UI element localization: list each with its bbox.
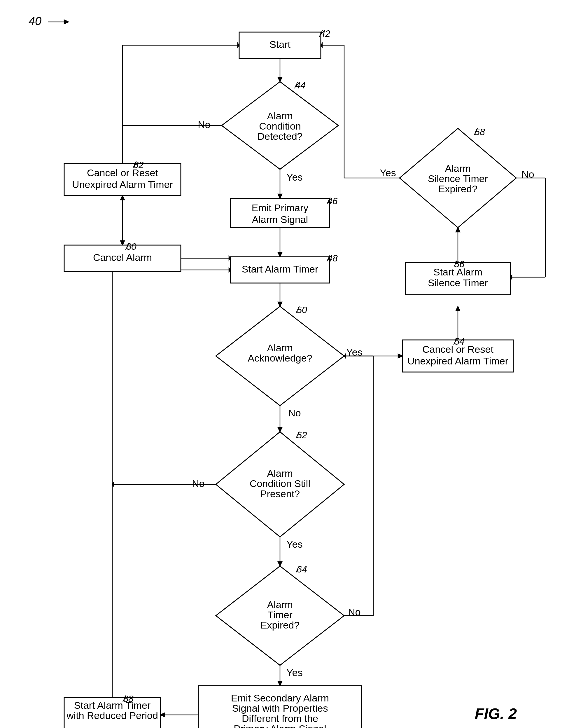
no-label-44: No [198, 119, 210, 130]
alarm-silence-exp-label1: Alarm [445, 163, 471, 174]
alarm-still-label2: Condition Still [250, 478, 310, 489]
emit-secondary-label4: Primary Alarm Signal [234, 723, 326, 728]
emit-primary-label1: Emit Primary [252, 202, 309, 213]
fig-label: FIG. 2 [475, 705, 517, 722]
alarm-still-label3: Present? [260, 488, 300, 499]
start-reduced-label2: with Reduced Period [66, 710, 158, 721]
no-label-50: No [288, 407, 301, 418]
svg-marker-29 [160, 713, 165, 717]
yes-label-44: Yes [286, 172, 302, 183]
cancel-alarm-label: Cancel Alarm [93, 252, 152, 263]
start-alarm-timer-label: Start Alarm Timer [242, 263, 318, 275]
flowchart-diagram: 40 Start 42 / Alarm Condition Detected? … [0, 0, 583, 728]
svg-marker-44 [456, 228, 460, 232]
svg-marker-38 [398, 354, 402, 358]
svg-marker-19 [278, 562, 282, 566]
emit-secondary-label1: Emit Secondary Alarm [231, 693, 329, 703]
diagram-ref-label: 40 [29, 15, 42, 27]
start-node-label: Start [269, 39, 290, 50]
alarm-condition-label2: Condition [259, 121, 301, 132]
svg-marker-59 [121, 196, 125, 200]
alarm-silence-exp-label3: Expired? [438, 183, 477, 194]
svg-marker-1 [64, 20, 69, 24]
yes-label-58: Yes [380, 167, 396, 178]
svg-marker-7 [278, 194, 282, 199]
no-label-52: No [192, 478, 205, 489]
alarm-still-label1: Alarm [267, 468, 293, 479]
alarm-timer-exp-label1: Alarm [267, 599, 293, 610]
start-silence-label2: Silence Timer [428, 277, 488, 288]
emit-secondary-label3: Different from the [242, 713, 318, 724]
yes-label-64: Yes [286, 667, 302, 678]
cancel-reset-1-label1: Cancel or Reset [87, 167, 158, 178]
svg-marker-13 [278, 302, 282, 306]
cancel-reset-2-label2: Unexpired Alarm Timer [407, 356, 508, 366]
emit-primary-label2: Alarm Signal [252, 214, 308, 225]
svg-marker-26 [278, 681, 282, 686]
svg-marker-41 [456, 306, 460, 311]
yes-label-52: Yes [286, 539, 302, 550]
start-reduced-label1: Start Alarm Timer [74, 700, 151, 711]
alarm-ack-label1: Alarm [267, 342, 293, 353]
svg-marker-4 [278, 77, 282, 82]
alarm-timer-exp-label2: Timer [267, 609, 293, 620]
cancel-reset-1-label2: Unexpired Alarm Timer [72, 179, 173, 190]
alarm-condition-label3: Detected? [258, 131, 303, 142]
alarm-ack-label2: Acknowledge? [247, 353, 312, 364]
svg-marker-10 [278, 252, 282, 257]
alarm-timer-exp-label3: Expired? [260, 620, 299, 630]
alarm-silence-exp-label2: Silence Timer [428, 173, 488, 184]
emit-secondary-label2: Signal with Properties [232, 703, 328, 714]
svg-marker-16 [278, 427, 282, 432]
alarm-condition-label: Alarm [267, 110, 293, 121]
